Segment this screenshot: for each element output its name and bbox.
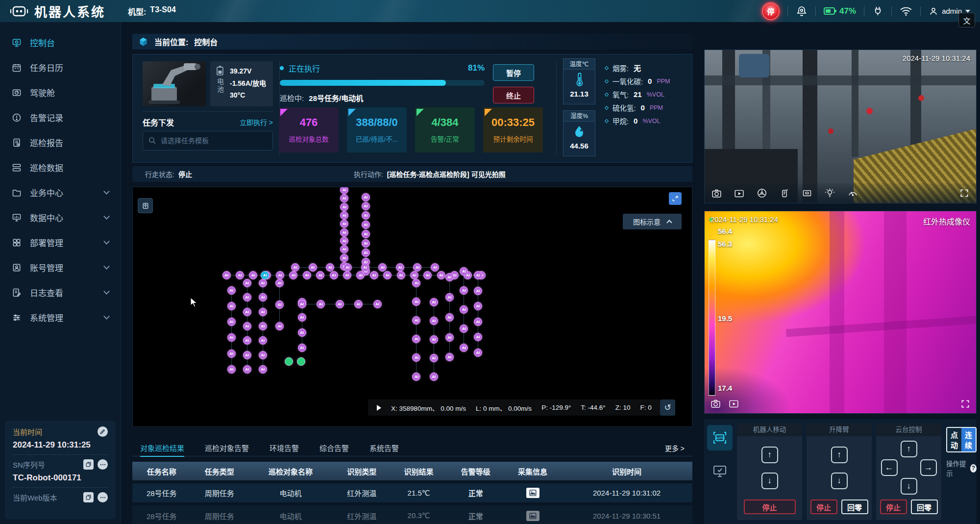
capture-photo-icon[interactable] [710, 399, 721, 409]
map-node[interactable]: AI [309, 263, 317, 272]
charger-plug-icon[interactable] [872, 5, 883, 17]
table-row[interactable]: 28号任务周期任务 电动机红外测温 20.3℃正常 2024-11-29 10:… [132, 504, 692, 524]
more-icon[interactable] [98, 459, 108, 470]
map-node[interactable]: AI [430, 317, 438, 325]
map-node[interactable]: AI [445, 353, 454, 361]
map-node[interactable]: AI [370, 271, 378, 279]
home-button[interactable]: 回零 [911, 499, 938, 514]
sidebar-item-alert[interactable]: 告警记录 [0, 105, 121, 130]
arrow-down-button[interactable]: ↓ [901, 478, 917, 495]
wiper-icon[interactable] [847, 188, 858, 198]
stop-button[interactable]: 停止 [880, 499, 907, 514]
map-node[interactable]: AI [362, 239, 370, 248]
map-node[interactable]: AI [378, 263, 387, 272]
map-node[interactable]: AI [412, 335, 420, 343]
map-node[interactable]: AI [474, 302, 482, 310]
map-node[interactable]: AI [460, 286, 468, 295]
map-node[interactable]: AI [430, 373, 438, 381]
tab[interactable]: 综合告警 [319, 440, 349, 456]
map-node[interactable]: AI [445, 293, 454, 301]
map-node[interactable]: AI [227, 349, 236, 358]
map-node[interactable]: AI [340, 203, 348, 211]
map-node[interactable]: AI [298, 344, 306, 352]
map-node[interactable]: AI [362, 249, 370, 257]
map-node[interactable]: AI [362, 202, 370, 210]
map-node[interactable]: AI [317, 300, 325, 308]
map-node[interactable]: AI [227, 302, 236, 310]
home-button[interactable]: 回零 [841, 499, 868, 514]
map-node[interactable]: AI [412, 298, 420, 306]
map-node[interactable]: AI [430, 354, 438, 362]
map-node[interactable]: AI [474, 333, 482, 341]
jog-continuous-toggle[interactable]: 点动 连续 [946, 427, 977, 452]
map-node[interactable]: AI [356, 271, 365, 279]
map-node[interactable]: AI [275, 322, 284, 330]
map-node[interactable]: AI [259, 351, 267, 359]
sidebar-item-cockpit[interactable]: 驾驶舱 [0, 80, 121, 105]
arrow-left-button[interactable]: ← [881, 459, 898, 476]
map-node[interactable]: AI [275, 279, 284, 287]
map-node[interactable]: AI [474, 287, 482, 295]
map-node[interactable]: AI [474, 271, 482, 279]
operation-hint[interactable]: 操作提示 ? [946, 458, 977, 478]
sidebar-item-report[interactable]: 巡检报告 [0, 130, 121, 155]
map-node[interactable]: AI [354, 300, 363, 308]
wifi-icon[interactable] [900, 6, 912, 17]
sidebar-item-deploy[interactable]: 部署管理 [0, 230, 121, 255]
map-node[interactable]: AI [298, 300, 306, 308]
map-node[interactable]: AI [336, 300, 344, 308]
map-node[interactable]: AI [275, 300, 284, 309]
map-node[interactable]: AI [227, 286, 236, 295]
sidebar-item-data[interactable]: 巡检数据 [0, 155, 121, 180]
tab[interactable]: 环境告警 [270, 440, 299, 456]
map-node[interactable]: AI [340, 254, 348, 262]
map-node[interactable]: AI [340, 237, 348, 245]
edit-icon[interactable] [98, 426, 108, 437]
map-node[interactable]: AI [412, 279, 420, 287]
intercom-icon[interactable] [780, 188, 789, 199]
map-node[interactable]: AI [445, 313, 454, 322]
map-node[interactable]: AI [316, 271, 324, 279]
stop-button[interactable]: 停止 [810, 499, 837, 514]
map-node[interactable]: AI [343, 271, 351, 279]
map-node[interactable]: AI [474, 349, 482, 357]
map-node[interactable]: AI [243, 293, 251, 301]
captured-image-icon[interactable] [526, 488, 539, 498]
map-node[interactable]: AI [430, 335, 438, 344]
sidebar-item-account[interactable]: 账号管理 [0, 255, 121, 280]
map-node[interactable]: AI [259, 336, 267, 345]
task-template-input[interactable] [143, 131, 273, 150]
sidebar-item-folder[interactable]: 业务中心 [0, 180, 121, 205]
arrow-up-button[interactable]: ↑ [761, 447, 778, 463]
execute-now-link[interactable]: 立即执行 > [240, 117, 273, 127]
map-node[interactable]: AI [396, 263, 404, 272]
record-video-icon[interactable] [734, 188, 744, 199]
map-node[interactable]: AI [291, 263, 299, 272]
jog-option[interactable]: 点动 [947, 428, 961, 451]
map-node[interactable]: AI [412, 353, 420, 362]
map-node[interactable]: AI [259, 293, 267, 301]
map-node[interactable]: AI [227, 333, 236, 342]
map-node[interactable]: AI [340, 245, 348, 253]
map-fullscreen-button[interactable] [669, 192, 682, 205]
light-icon[interactable] [825, 188, 835, 199]
continuous-option[interactable]: 连续 [961, 428, 976, 451]
tab[interactable]: 系统告警 [369, 440, 399, 456]
map-node[interactable]: AI [410, 271, 418, 279]
map-node[interactable]: AI [222, 271, 231, 279]
map-node[interactable]: AI [361, 263, 369, 272]
map-node[interactable]: AI [227, 365, 236, 374]
arrow-down-button[interactable]: ↓ [761, 473, 778, 489]
map-node[interactable]: AI [362, 193, 370, 201]
map-node[interactable]: AI [340, 187, 348, 194]
sidebar-item-system[interactable]: 系统管理 [0, 305, 121, 330]
alarm-bell-icon[interactable] [796, 5, 808, 17]
defog-fan-icon[interactable] [757, 188, 767, 199]
inspection-map[interactable]: AIAIAIAIAIAIAIAIAIAIAIAIAIAIAIAIAIAIAIAI… [132, 187, 692, 427]
tab[interactable]: 对象巡检结果 [140, 440, 184, 456]
sidebar-item-console[interactable]: 控制台 [0, 30, 121, 55]
copy-icon[interactable] [83, 492, 94, 502]
map-node[interactable]: AI [413, 263, 421, 272]
terminate-button[interactable]: 终止 [493, 87, 534, 103]
map-node[interactable]: AI [460, 344, 468, 352]
